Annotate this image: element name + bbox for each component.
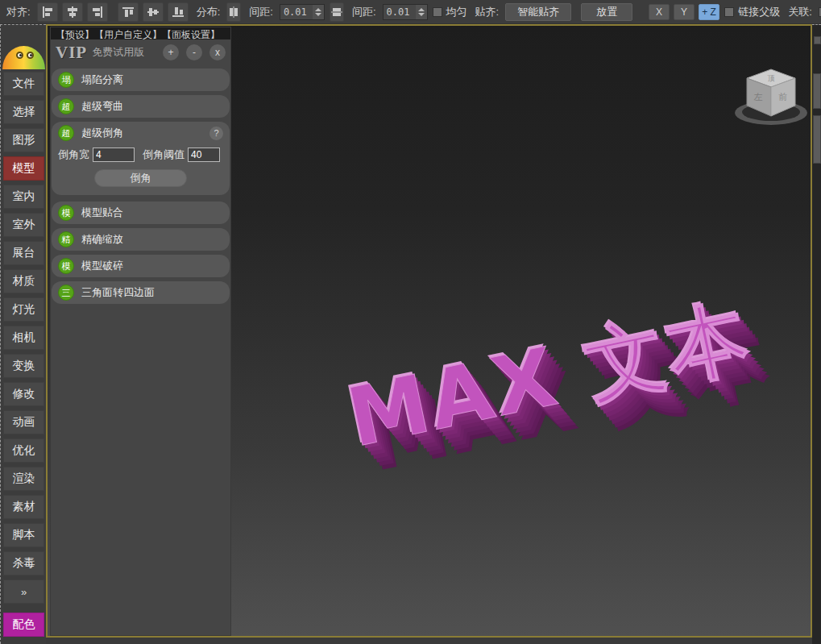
bevel-controls: 倒角宽 倒角阈值 倒角 <box>52 144 230 195</box>
sidebar-item-render[interactable]: 渲染 <box>3 467 44 491</box>
panel-minimize-button[interactable]: - <box>186 44 202 60</box>
axis-y-button[interactable]: Y <box>674 4 695 20</box>
precise-scale-label: 精确缩放 <box>81 232 223 247</box>
sidebar-item-animation[interactable]: 动画 <box>3 410 44 434</box>
sidebar-item-modify[interactable]: 修改 <box>3 382 44 406</box>
panel-close-button[interactable]: x <box>209 44 226 60</box>
spacing1-spinner[interactable] <box>313 5 324 19</box>
uniform-checkbox[interactable]: 均匀 <box>433 5 467 19</box>
super-bevel-badge-icon: 超 <box>58 125 74 141</box>
spacing2-label: 间距: <box>352 5 376 19</box>
bevel-width-label: 倒角宽 <box>58 147 89 162</box>
command-panel-edge <box>812 24 821 644</box>
sidebar-item-material[interactable]: 材质 <box>3 269 44 293</box>
link-parent-label: 链接父级 <box>738 5 780 19</box>
bevel-apply-button[interactable]: 倒角 <box>94 169 187 187</box>
panel-item-super-bend[interactable]: 超 超级弯曲 <box>52 95 230 118</box>
precise-scale-badge-icon: 精 <box>58 231 74 247</box>
spacing1-input[interactable] <box>280 6 313 18</box>
panel-item-collapse-separate[interactable]: 塌 塌陷分离 <box>52 69 230 91</box>
model-break-label: 模型破碎 <box>81 259 223 273</box>
vip-logo: VIP <box>56 43 87 63</box>
left-sidebar: 文件 选择 图形 模型 室内 室外 展台 材质 灯光 相机 变换 修改 动画 优… <box>0 24 46 644</box>
spacing1-field <box>280 4 325 20</box>
align-middle-icon[interactable] <box>143 2 164 22</box>
axis-x-button[interactable]: X <box>649 4 670 20</box>
panel-item-model-snap[interactable]: 模 模型贴合 <box>52 202 230 224</box>
tri-to-quad-badge-icon: 三 <box>58 285 74 301</box>
plugin-tool-list: 塌 塌陷分离 超 超级弯曲 超 超级倒角 ? 倒角宽 <box>51 65 230 304</box>
align-bottom-icon[interactable] <box>168 2 189 22</box>
spacing2-input[interactable] <box>384 6 416 18</box>
sidebar-item-light[interactable]: 灯光 <box>3 297 44 322</box>
sidebar-item-booth[interactable]: 展台 <box>3 241 44 265</box>
sidebar-item-shape[interactable]: 图形 <box>3 128 44 152</box>
sidebar-item-script[interactable]: 脚本 <box>3 523 44 547</box>
panel-edge-button[interactable] <box>813 73 821 109</box>
align-label: 对齐: <box>6 5 31 19</box>
model-snap-badge-icon: 模 <box>58 205 74 221</box>
sidebar-item-interior[interactable]: 室内 <box>3 185 44 209</box>
sidebar-item-camera[interactable]: 相机 <box>3 326 44 350</box>
panel-edge-button[interactable] <box>814 36 821 44</box>
panel-item-super-bevel[interactable]: 超 超级倒角 ? 倒角宽 倒角阈值 倒角 <box>52 122 230 195</box>
sidebar-item-assets[interactable]: 素材 <box>3 495 44 519</box>
spacing2-field <box>383 4 428 20</box>
super-bevel-label: 超级倒角 <box>81 126 209 140</box>
viewcube-left-label: 左 <box>754 92 763 102</box>
smart-snap-button[interactable]: 智能贴齐 <box>505 3 571 21</box>
vip-trial-label: 免费试用版 <box>92 45 155 60</box>
super-bevel-help-button[interactable]: ? <box>209 127 223 140</box>
bevel-threshold-input[interactable] <box>188 147 220 162</box>
model-break-badge-icon: 模 <box>58 258 74 274</box>
align-top-icon[interactable] <box>118 2 139 22</box>
uniform-checkbox-box[interactable] <box>433 7 442 17</box>
super-bend-label: 超级弯曲 <box>81 99 223 114</box>
viewcube[interactable]: 顶 左 前 <box>731 48 811 133</box>
viewcube-front-label: 前 <box>778 92 788 102</box>
plugin-panel: 【预设】【用户自定义】【面板设置】 VIP 免费试用版 + - x 塌 塌陷分离… <box>50 27 231 636</box>
align-left-icon[interactable] <box>37 2 58 22</box>
panel-item-tri-to-quad[interactable]: 三 三角面转四边面 <box>52 281 230 304</box>
collapse-separate-label: 塌陷分离 <box>81 73 223 87</box>
sidebar-item-optimize[interactable]: 优化 <box>3 438 44 463</box>
app-window: 对齐: 分布: 间距: <box>0 0 821 644</box>
panel-item-model-break[interactable]: 模 模型破碎 <box>52 255 230 277</box>
panel-add-button[interactable]: + <box>163 44 179 60</box>
panel-edge-button[interactable] <box>813 115 821 164</box>
mascot-icon[interactable] <box>2 46 45 69</box>
sidebar-menu: 文件 选择 图形 模型 室内 室外 展台 材质 灯光 相机 变换 修改 动画 优… <box>1 72 47 637</box>
panel-item-precise-scale[interactable]: 精 精确缩放 <box>52 228 230 251</box>
top-toolbar: 对齐: 分布: 间距: <box>0 0 821 24</box>
link-parent-checkbox-box[interactable] <box>724 7 734 17</box>
bevel-threshold-label: 倒角阈值 <box>143 147 185 162</box>
uniform-label: 均匀 <box>446 5 467 19</box>
bevel-width-input[interactable] <box>93 147 135 162</box>
align-center-h-icon[interactable] <box>62 2 83 22</box>
mascot-eye-icon <box>27 52 34 59</box>
distribute-v-icon[interactable] <box>226 2 241 22</box>
sidebar-item-exterior[interactable]: 室外 <box>3 213 44 237</box>
place-button[interactable]: 放置 <box>581 3 632 21</box>
distribute-label: 分布: <box>197 5 221 19</box>
sidebar-item-colors[interactable]: 配色 <box>3 613 44 637</box>
model-snap-label: 模型贴合 <box>81 206 223 220</box>
sidebar-item-model[interactable]: 模型 <box>3 156 44 181</box>
sidebar-item-more[interactable]: » <box>3 580 44 604</box>
collapse-separate-badge-icon: 塌 <box>58 72 74 88</box>
distribute-h-icon[interactable] <box>330 2 344 22</box>
plugin-panel-titlebar[interactable]: 【预设】【用户自定义】【面板设置】 <box>51 27 230 39</box>
spacing2-spinner[interactable] <box>416 5 427 19</box>
sidebar-item-file[interactable]: 文件 <box>3 72 44 96</box>
snap-label: 贴齐: <box>475 5 500 19</box>
axis-z-button[interactable]: + Z <box>699 4 719 20</box>
sidebar-item-antivirus[interactable]: 杀毒 <box>3 551 44 575</box>
sidebar-item-transform[interactable]: 变换 <box>3 354 44 378</box>
sidebar-item-select[interactable]: 选择 <box>3 100 44 124</box>
spacing1-label: 间距: <box>249 5 273 19</box>
link-parent-checkbox[interactable]: 链接父级 <box>724 5 780 19</box>
align-right-icon[interactable] <box>87 2 108 22</box>
vip-header: VIP 免费试用版 + - x <box>51 39 230 65</box>
tri-to-quad-label: 三角面转四边面 <box>81 285 223 300</box>
associate-label: 关联: <box>788 5 812 19</box>
